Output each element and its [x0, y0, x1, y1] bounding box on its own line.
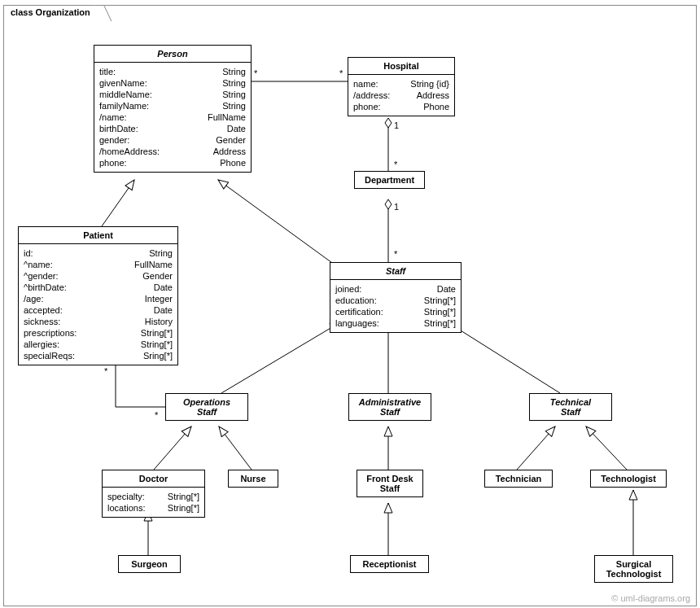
- class-surgeon: Surgeon: [118, 555, 181, 573]
- class-patient: Patient id:String^name:FullName^gender:G…: [18, 226, 178, 365]
- mult: 1: [394, 202, 399, 212]
- class-department: Department: [354, 171, 425, 189]
- class-operations-staff: OperationsStaff: [165, 393, 248, 421]
- class-receptionist: Receptionist: [350, 555, 429, 573]
- class-technical-staff: TechnicalStaff: [529, 393, 612, 421]
- mult: 1: [394, 120, 399, 130]
- mult: *: [394, 249, 397, 259]
- class-technician: Technician: [484, 470, 553, 488]
- class-technologist: Technologist: [590, 470, 667, 488]
- class-nurse: Nurse: [228, 470, 278, 488]
- mult: *: [394, 160, 397, 169]
- class-doctor: Doctor specialty:String[*]locations:Stri…: [102, 470, 205, 518]
- frame-title: class Organization: [3, 5, 98, 19]
- class-administrative-staff: AdministrativeStaff: [348, 393, 431, 421]
- class-person: Person title:StringgivenName:Stringmiddl…: [94, 45, 252, 173]
- class-surgical-technologist: SurgicalTechnologist: [594, 555, 673, 583]
- class-staff: Staff joined:Dateeducation:String[*]cert…: [330, 262, 462, 333]
- mult: *: [155, 410, 158, 420]
- watermark: © uml-diagrams.org: [611, 593, 690, 603]
- mult: *: [104, 366, 107, 376]
- mult: *: [254, 68, 257, 78]
- mult: *: [339, 68, 343, 78]
- class-front-desk-staff: Front DeskStaff: [357, 470, 423, 497]
- class-hospital: Hospital name:String {id}/address:Addres…: [348, 57, 455, 116]
